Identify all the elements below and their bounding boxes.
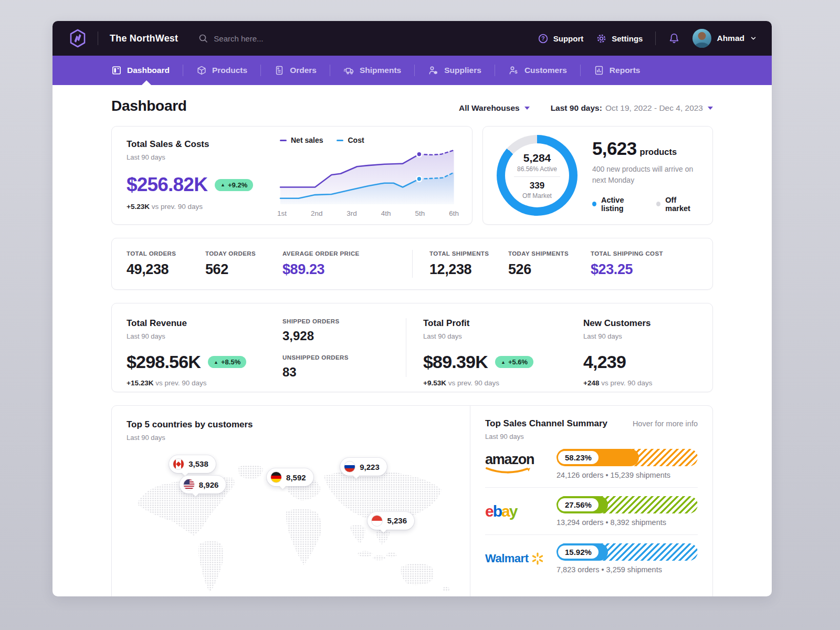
x-tick: 5th [415,209,425,217]
profit-change-badge: ▲+5.6% [495,356,533,368]
stats-divider [412,250,413,278]
country-badge-indonesia: 5,236 [368,512,414,530]
page-content: Dashboard All Warehouses Last 90 days: O… [52,85,772,596]
top-bar-divider [655,32,656,45]
new-customers-delta: +248 vs prev. 90 days [583,379,698,387]
new-customers-value: 4,239 [583,352,626,372]
products-total: 5,623products [592,138,699,159]
line-chart-canvas [277,145,459,204]
support-label: Support [553,34,584,43]
nav-label: Suppliers [444,66,481,75]
gear-icon [596,33,607,44]
top-bar: The NorthWest ? Support Sett [52,21,772,56]
products-legend: Active listing Off market [592,196,699,213]
country-badge-germany: 8,592 [267,468,313,486]
nav-label: Reports [610,66,640,75]
channel-bar[interactable]: 15.92% [556,543,698,561]
nav-item-suppliers[interactable]: Suppliers [415,56,495,85]
nav-item-customers[interactable]: $ Customers [495,56,580,85]
total-sales-costs-card: Total Sales & Costs Last 90 days $256.82… [111,126,472,225]
nav-item-shipments[interactable]: Shipments [330,56,414,85]
dashboard-icon [111,65,122,76]
brand-divider [98,32,98,45]
search-input[interactable] [214,34,324,43]
germany-flag-icon [270,471,282,483]
channel-bar[interactable]: 58.23% [556,449,698,466]
stat-total-shipments: TOTAL SHIPMENTS 12,238 [429,250,508,278]
percent-pill: 27.56% [558,498,598,511]
caret-down-icon [524,107,530,110]
chevron-down-icon [750,35,757,42]
nav-item-reports[interactable]: Reports [581,56,654,85]
products-card: 5,284 86.56% Active 339 Off Market 5,623… [482,126,713,225]
total-profit-block: Total Profit Last 90 days $89.39K ▲+5.6%… [423,318,583,377]
main-nav: Dashboard Products Orders [52,56,772,85]
nav-item-orders[interactable]: Orders [261,56,330,85]
invoice-icon [274,65,285,76]
user-menu[interactable]: Ahmad [692,29,757,48]
svg-text:?: ? [541,35,544,41]
bar-fill: 58.23% [556,449,639,466]
warehouse-filter-label: All Warehouses [459,103,520,113]
cost-swatch [337,140,343,141]
nav-item-products[interactable]: Products [183,56,260,85]
page-title: Dashboard [111,98,187,114]
user-name: Ahmad [717,34,744,43]
country-badge-usa: 8,926 [180,476,226,494]
sales-value: $256.82K [127,174,207,196]
stats-summary-card: TOTAL ORDERS 49,238 TODAY ORDERS 562 AVE… [111,238,713,290]
revenue-change-badge: ▲+8.5% [208,356,246,368]
off-market-label: Off Market [522,192,552,200]
country-badge-russia: 9,223 [340,458,387,476]
settings-button[interactable]: Settings [596,33,643,44]
indonesia-flag-icon [371,515,383,527]
app-window: The NorthWest ? Support Sett [52,21,772,596]
profit-delta: +9.53K vs prev. 90 days [423,379,583,387]
walmart-logo: Walmart [485,552,556,565]
legend-net-sales: Net sales [280,136,323,144]
stat-total-orders: TOTAL ORDERS 49,238 [127,250,205,278]
nav-label: Shipments [360,66,401,75]
report-chart-icon [594,65,604,76]
search-icon [198,33,208,44]
channel-stats: 13,294 orders • 8,392 shipments [556,518,698,527]
channel-bar[interactable]: 27.56% [556,496,698,513]
page-header: Dashboard All Warehouses Last 90 days: O… [111,98,713,114]
products-note: 400 new products will arrive on next Mon… [592,164,699,185]
avatar [692,29,711,48]
date-range-value: Oct 19, 2022 - Dec 4, 2023 [605,103,703,113]
stat-today-orders: TODAY ORDERS 562 [205,250,282,278]
new-customers-block: New Customers Last 90 days 4,239 +248 vs… [583,318,698,377]
walmart-spark-icon [531,552,544,565]
kpi-row-top: Total Sales & Costs Last 90 days $256.82… [111,126,713,225]
svg-text:$: $ [514,69,518,75]
x-tick: 3rd [346,209,357,217]
brand-logo-icon [67,28,88,49]
orders-status-block: SHIPPED ORDERS 3,928 UNSHIPPED ORDERS 83 [282,318,406,377]
support-button[interactable]: ? Support [538,33,584,44]
nav-label: Products [212,66,247,75]
revenue-delta: +15.23K vs prev. 90 days [127,379,282,387]
percent-pill: 58.23% [558,451,598,464]
legend-off-market: Off market [656,196,699,213]
x-tick: 6th [449,209,459,217]
warehouse-filter-dropdown[interactable]: All Warehouses [459,103,530,113]
caret-down-icon [708,107,713,110]
russia-flag-icon [344,461,355,472]
total-revenue-block: Total Revenue Last 90 days $298.56K ▲+8.… [127,318,282,377]
notifications-bell-icon[interactable] [668,33,680,44]
bar-fill: 15.92% [556,543,608,561]
top-bar-right: ? Support Settings Ahmad [538,29,757,48]
legend-cost: Cost [337,136,364,144]
canada-flag-icon [173,458,184,470]
x-tick: 2nd [311,209,323,217]
nav-item-dashboard[interactable]: Dashboard [110,56,183,85]
customer-dollar-icon: $ [508,65,519,76]
date-range-dropdown[interactable]: Last 90 days: Oct 19, 2022 - Dec 4, 2023 [551,103,713,113]
x-tick: 1st [277,209,287,217]
world-map: 3,538 8,926 8,592 9,223 [121,452,464,596]
revenue-value: $298.56K [127,352,201,372]
donut-center: 5,284 86.56% Active 339 Off Market [505,143,569,207]
channel-stats: 24,126 orders • 15,239 shipments [556,471,698,479]
profit-value: $89.39K [423,352,488,372]
